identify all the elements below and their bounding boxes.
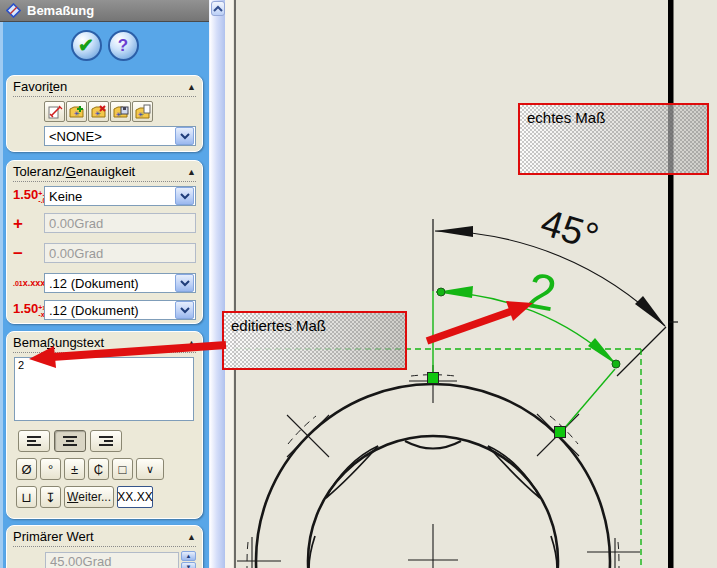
group-dimension-text: Bemaßungstext ▲ 2 Ø ° ± ₵ □ — [6, 331, 203, 519]
panel-scrollbar[interactable] — [209, 0, 225, 568]
plus-tolerance-icon: + — [13, 215, 44, 232]
dimension-text-input[interactable]: 2 — [14, 357, 194, 421]
sheet-border-thick — [668, 0, 674, 568]
add-favorite-icon: ✳ — [69, 104, 85, 120]
group-primary-value-header[interactable]: Primärer Wert ▲ — [13, 529, 196, 547]
attachment-handle[interactable] — [428, 373, 439, 384]
callout-edited-label: editiertes Maß — [231, 317, 326, 334]
max-variation-row: + 0.00Grad — [13, 213, 196, 233]
tolerance-type-row: 1.50+.01-.01 Keine — [13, 186, 196, 206]
panel-title: Bemaßung — [27, 3, 94, 18]
chevron-down-icon[interactable] — [175, 301, 194, 319]
drawing-canvas[interactable]: 45° 2 — [225, 0, 717, 568]
tolerance-type-icon: 1.50+.01-.01 — [13, 188, 44, 204]
value-spinner: ▲ ▼ — [181, 551, 196, 568]
min-variation-field: 0.00Grad — [44, 243, 196, 263]
chevron-down-icon[interactable] — [175, 187, 194, 205]
primary-value-row: 45.00Grad ▲ ▼ — [45, 551, 196, 568]
depth-symbol-button[interactable]: ↧ — [40, 486, 61, 508]
align-right-button[interactable] — [90, 430, 122, 452]
chevron-down-icon[interactable] — [175, 127, 194, 145]
left-lobe — [326, 446, 378, 498]
spinner-up-icon[interactable]: ▲ — [181, 551, 196, 561]
group-dimension-text-header[interactable]: Bemaßungstext ▲ — [13, 335, 196, 353]
dimension-handle[interactable] — [437, 288, 445, 296]
panel-titlebar: Bemaßung — [0, 0, 209, 22]
tolerance-precision-row: 1.50+xx-xx .12 (Dokument) — [13, 300, 196, 320]
callout-edited-dimension: editiertes Maß — [222, 311, 407, 370]
collapse-arrow-icon[interactable]: ▲ — [187, 532, 196, 542]
centerline-symbol-button[interactable]: ₵ — [88, 458, 109, 480]
chevron-down-icon[interactable] — [175, 274, 194, 292]
load-favorite-button[interactable]: ✳ — [132, 101, 153, 122]
collapse-arrow-icon[interactable]: ▲ — [187, 167, 196, 177]
group-tolerance-header[interactable]: Toleranz/Genauigkeit ▲ — [13, 164, 196, 182]
right-lobe — [488, 446, 540, 498]
delete-favorite-button[interactable]: ✳ — [88, 101, 109, 122]
dimension-icon — [6, 3, 21, 18]
align-left-icon — [26, 435, 42, 447]
svg-text:✳: ✳ — [138, 111, 144, 118]
square-symbol-button[interactable]: □ — [112, 458, 133, 480]
align-left-button[interactable] — [18, 430, 50, 452]
max-variation-field: 0.00Grad — [44, 213, 196, 233]
scrollbar-up-button[interactable] — [211, 1, 225, 16]
delete-favorite-icon: ✳ — [91, 104, 107, 120]
favorite-select[interactable]: <NONE> — [44, 126, 196, 146]
tolerance-type-select[interactable]: Keine — [44, 186, 196, 206]
group-tolerance: Toleranz/Genauigkeit ▲ 1.50+.01-.01 Kein… — [6, 160, 203, 324]
callout-real-dimension: echtes Maß — [518, 103, 709, 175]
apply-favorite-icon — [47, 104, 63, 120]
cad-drawing: 45° 2 — [225, 0, 717, 568]
favorite-selected-value: <NONE> — [45, 129, 174, 144]
align-center-icon — [62, 435, 78, 447]
dimension-value-placeholder-button[interactable]: XX.XX — [117, 486, 153, 508]
center-marks — [237, 365, 640, 568]
chevron-up-icon — [213, 5, 223, 12]
more-symbols-dropdown-button[interactable]: ∨ — [136, 458, 164, 480]
green-arrowhead — [588, 338, 617, 365]
diameter-symbol-button[interactable]: Ø — [16, 458, 37, 480]
dimension-handle[interactable] — [612, 360, 620, 368]
plusminus-symbol-button[interactable]: ± — [64, 458, 85, 480]
min-variation-row: − 0.00Grad — [13, 243, 196, 263]
arrowhead — [635, 296, 666, 327]
callout-real-label: echtes Maß — [527, 109, 605, 126]
more-button[interactable]: Weiter... — [64, 486, 114, 508]
edited-dimension-text[interactable]: 2 — [523, 262, 560, 322]
real-dimension-text[interactable]: 45° — [536, 201, 603, 258]
group-favorites-header[interactable]: Favoriten ▲ — [13, 79, 196, 97]
property-manager-panel: Bemaßung ✔ ? Favoriten ▲ — [0, 0, 209, 568]
attachment-handle[interactable] — [555, 427, 566, 438]
degree-symbol-button[interactable]: ° — [40, 458, 61, 480]
top-notch — [405, 441, 461, 449]
load-favorite-icon: ✳ — [135, 104, 151, 120]
ok-button[interactable]: ✔ — [71, 30, 102, 61]
collapse-arrow-icon[interactable]: ▲ — [187, 338, 196, 348]
unit-precision-icon: .01x.xxx.01 — [13, 279, 44, 288]
unit-precision-row: .01x.xxx.01 .12 (Dokument) — [13, 273, 196, 293]
solidworks-dimension-screen: 45° 2 echtes Maß editiertes Maß — [0, 0, 717, 568]
counterbore-symbol-button[interactable]: ⊔ — [16, 486, 37, 508]
tolerance-precision-icon: 1.50+xx-xx — [13, 302, 44, 318]
collapse-arrow-icon[interactable]: ▲ — [187, 82, 196, 92]
spinner-down-icon[interactable]: ▼ — [181, 562, 196, 568]
save-favorite-icon: ✳ — [113, 104, 129, 120]
apply-favorite-button[interactable] — [44, 101, 65, 122]
primary-value-field: 45.00Grad — [45, 552, 179, 568]
help-button[interactable]: ? — [108, 30, 139, 61]
tolerance-precision-select[interactable]: .12 (Dokument) — [44, 300, 196, 320]
group-favorites: Favoriten ▲ ✳ — [6, 75, 203, 152]
align-center-button[interactable] — [54, 430, 86, 452]
minus-tolerance-icon: − — [13, 245, 44, 262]
align-right-icon — [98, 435, 114, 447]
group-primary-value: Primärer Wert ▲ 45.00Grad ▲ ▼ — [6, 525, 203, 568]
arrowhead — [435, 226, 473, 237]
add-favorite-button[interactable]: ✳ — [66, 101, 87, 122]
save-favorite-button[interactable]: ✳ — [110, 101, 131, 122]
unit-precision-select[interactable]: .12 (Dokument) — [44, 273, 196, 293]
